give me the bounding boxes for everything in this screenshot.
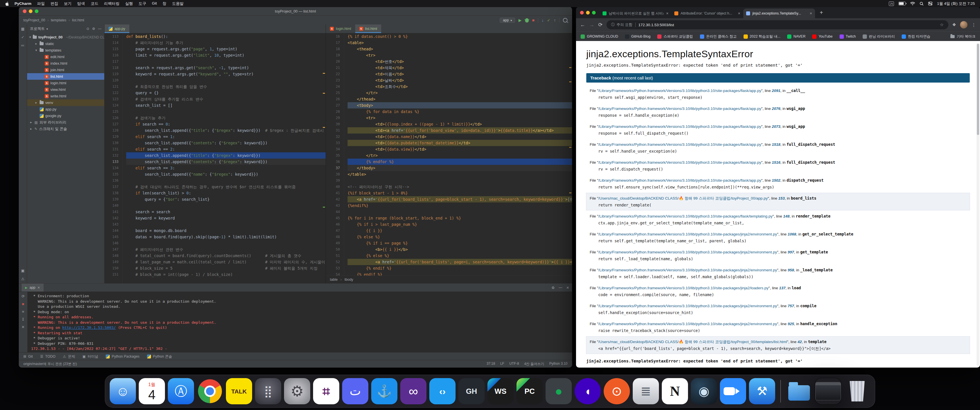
- menubar-menu[interactable]: 도움말: [172, 1, 184, 6]
- finder-dock-icon[interactable]: ☺: [110, 378, 136, 404]
- terminal-toolwindow-icon[interactable]: ▣: [21, 269, 24, 273]
- menubar-menu[interactable]: Git: [152, 1, 157, 6]
- github-desktop-dock-icon[interactable]: GH: [458, 378, 485, 404]
- editor-scroll-markers[interactable]: [322, 33, 326, 283]
- zoom-button[interactable]: [592, 11, 596, 14]
- tab-close-icon[interactable]: ✕: [810, 12, 812, 15]
- discord-dock-icon[interactable]: ت: [342, 378, 368, 404]
- menubar-clock[interactable]: 1월 4일 (화) 오전 7:25: [937, 1, 975, 6]
- traceback-frame[interactable]: File "/Library/Frameworks/Python.framewo…: [586, 319, 970, 336]
- status-item[interactable]: 4칸 들여쓰기: [524, 362, 544, 366]
- code-area[interactable]: def board_lists(): # 페이지네이션 기능 추가 page =…: [123, 33, 326, 283]
- project-toolwindow-icon[interactable]: ▦: [21, 27, 24, 31]
- run-tab[interactable]: ▶ app ✕: [22, 284, 44, 292]
- bookmark-star-icon[interactable]: ☆: [940, 22, 943, 27]
- traceback-frame[interactable]: File "/Library/Frameworks/Python.framewo…: [586, 103, 970, 121]
- launchpad-dock-icon[interactable]: ⣿: [255, 378, 281, 404]
- menubar-menu[interactable]: 탐색: [77, 1, 85, 6]
- url-text[interactable]: 172.30.1.53:5003/list: [638, 23, 674, 27]
- traceback-frame[interactable]: File "/Library/Frameworks/Python.framewo…: [586, 229, 970, 246]
- settings-gear-icon[interactable]: ⚙: [92, 27, 95, 31]
- minimize-button[interactable]: [586, 11, 590, 14]
- tree-item-index.html[interactable]: 5index.html: [27, 60, 104, 67]
- traceback-frame[interactable]: File "/Library/Frameworks/Python.framewo…: [586, 175, 970, 192]
- kakaotalk-dock-icon[interactable]: TALK: [226, 378, 252, 404]
- run-config-selector[interactable]: app ▾: [500, 17, 515, 23]
- project-panel-header[interactable]: 프로젝트 ▾ ⊙ ⚙ ―: [27, 24, 104, 33]
- toolwindow-tab-todo[interactable]: ☰TODO: [40, 354, 56, 359]
- traceback-frame[interactable]: File "/Library/Frameworks/Python.framewo…: [586, 139, 970, 156]
- git-push-icon[interactable]: ↑: [554, 18, 556, 22]
- tree-item-list.html[interactable]: 5list.html: [27, 73, 104, 80]
- close-button[interactable]: [23, 10, 27, 13]
- tree-item-edit.html[interactable]: 5edit.html: [27, 54, 104, 60]
- status-item[interactable]: 37:18: [487, 362, 495, 366]
- bookmark-item[interactable]: GitHub Blog: [625, 35, 651, 39]
- browser-tab[interactable]: AttributeError: 'Cursor' object h...✕: [671, 8, 743, 18]
- chrome-menu-icon[interactable]: ⋮: [972, 22, 976, 28]
- structure-toolwindow-icon[interactable]: ≔: [21, 43, 25, 48]
- new-tab-button[interactable]: +: [817, 8, 825, 16]
- minimize-button[interactable]: [29, 10, 32, 13]
- app-store-dock-icon[interactable]: Ⓐ: [168, 378, 194, 404]
- postman-dock-icon[interactable]: ⊙: [604, 378, 630, 404]
- toolwindow-tab-python[interactable]: Python Packages: [106, 354, 139, 359]
- address-bar[interactable]: ⓘ 주의 요함 172.30.1.53:5003/list ☆: [606, 20, 948, 29]
- traceback-frame[interactable]: File "/Library/Frameworks/Python.framewo…: [586, 86, 970, 103]
- traceback-frame[interactable]: File "/Library/Frameworks/Python.framewo…: [586, 157, 970, 174]
- code-area[interactable]: {% if datas.count() > 0 %}<table> <thead…: [344, 33, 572, 276]
- breadcrumb-item[interactable]: templates: [51, 18, 66, 22]
- scrollbar-thumb[interactable]: [977, 44, 979, 135]
- tree-item-login.html[interactable]: 5login.html: [27, 80, 104, 86]
- menubar-menu[interactable]: 도구: [138, 1, 146, 6]
- security-warning-icon[interactable]: ⓘ: [611, 22, 615, 27]
- control-center-icon[interactable]: [928, 2, 932, 5]
- tree-item-toyProject_00[interactable]: ▾toyProject_00~/Desktop/BACKEND CLASS: [27, 34, 104, 40]
- downloads-folder-dock-icon[interactable]: [786, 378, 812, 404]
- battery-icon[interactable]: [899, 2, 906, 5]
- toolwindow-tab-terminal[interactable]: ▣터미널: [82, 354, 98, 359]
- notion-dock-icon[interactable]: N: [662, 378, 688, 404]
- traceback-frame[interactable]: File "/Library/Frameworks/Python.framewo…: [586, 265, 970, 282]
- visual-studio-dock-icon[interactable]: ∞: [400, 378, 426, 404]
- vscode-dock-icon[interactable]: ‹›: [429, 378, 455, 404]
- docker-dock-icon[interactable]: ⚓: [371, 378, 398, 404]
- tree-item--[interactable]: ▸✎스크래치 및 콘솔: [27, 126, 104, 132]
- scroll-to-end-icon[interactable]: ↧: [22, 317, 25, 321]
- tree-item-google.py[interactable]: google.py: [27, 113, 104, 119]
- bookmark-item[interactable]: 스파르타 코딩클럽: [657, 34, 693, 39]
- toolwindow-tab-git[interactable]: ⊞Git: [23, 354, 33, 359]
- problems-toolwindow-icon[interactable]: ⚠: [21, 277, 24, 281]
- clear-console-icon[interactable]: ✕: [22, 325, 25, 329]
- rerun-icon[interactable]: ⟳: [22, 294, 25, 299]
- zoom-button[interactable]: [35, 10, 38, 13]
- profile-avatar[interactable]: [960, 21, 967, 29]
- tree-item--[interactable]: ▸▤외부 라이브러리: [27, 119, 104, 126]
- traceback-frame[interactable]: File "/Library/Frameworks/Python.framewo…: [586, 121, 970, 138]
- tree-item-templates[interactable]: ▾templates: [27, 47, 104, 54]
- forward-button[interactable]: →: [589, 22, 594, 28]
- zoom-dock-icon[interactable]: [720, 378, 746, 404]
- menubar-menu[interactable]: 파일: [37, 1, 45, 6]
- settings-gear-icon[interactable]: ⚙: [552, 286, 555, 290]
- git-update-icon[interactable]: ↓: [542, 18, 544, 22]
- tab-close-icon[interactable]: ✕: [738, 12, 740, 15]
- browser-tab[interactable]: jinja2.exceptions.TemplateSy...✕: [743, 8, 815, 18]
- code-editor-app-py[interactable]: 1131141151161171181191201211221231241251…: [105, 33, 326, 283]
- xcode-dock-icon[interactable]: ⚒: [749, 378, 775, 404]
- other-bookmarks[interactable]: 기타 북마크: [950, 34, 975, 39]
- calendar-dock-icon[interactable]: 1월4: [139, 378, 165, 404]
- soft-wrap-icon[interactable]: ≡: [22, 310, 24, 314]
- bookmark-item[interactable]: GROWING CLOUD: [581, 35, 618, 39]
- webstorm-dock-icon[interactable]: WS: [487, 378, 514, 404]
- commit-toolwindow-icon[interactable]: ✓: [21, 35, 24, 39]
- run-button[interactable]: ▶: [519, 18, 522, 22]
- bookmark-item[interactable]: Twitch: [840, 35, 856, 39]
- close-panel-icon[interactable]: ✕: [566, 286, 569, 290]
- editor-scroll-markers[interactable]: [569, 33, 572, 283]
- tree-item-join.html[interactable]: 5join.html: [27, 67, 104, 73]
- system-settings-dock-icon[interactable]: ⚙: [284, 378, 310, 404]
- back-button[interactable]: ←: [580, 22, 585, 28]
- toolwindow-tab-problems[interactable]: ⚠문제: [63, 354, 75, 359]
- bookmark-item[interactable]: YouTube: [812, 35, 832, 39]
